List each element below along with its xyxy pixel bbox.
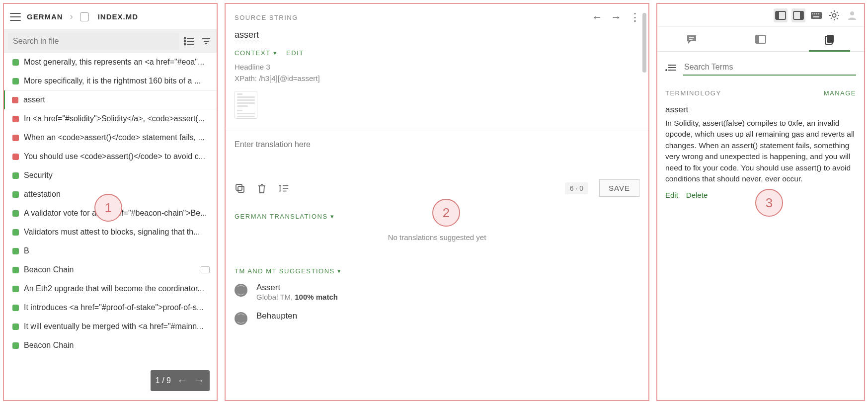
list-item[interactable]: Most generally, this represents an <a hr… [4, 53, 217, 72]
list-item[interactable]: In <a href="#solidity">Solidity</a>, <co… [4, 109, 217, 128]
suggestion-row[interactable]: Behaupten [226, 306, 648, 330]
svg-rect-26 [818, 13, 819, 14]
list-item-text: It introduces <a href="#proof-of-stake">… [24, 303, 210, 312]
status-square-icon [12, 286, 19, 292]
panel1-searchbar [4, 30, 217, 53]
text-mode-icon[interactable] [278, 183, 289, 194]
translation-area [226, 131, 648, 174]
status-square-icon [12, 210, 19, 217]
pager-prev[interactable]: ← [177, 374, 188, 387]
list-item[interactable]: B [4, 242, 217, 260]
pager: 1 / 9 ← → [151, 370, 210, 391]
svg-rect-22 [811, 12, 822, 19]
gear-icon[interactable] [827, 8, 841, 22]
list-item[interactable]: Beacon Chain [4, 336, 217, 355]
svg-rect-41 [756, 35, 759, 43]
tab-info[interactable] [726, 27, 795, 51]
list-item-text: An Eth2 upgrade that will become the coo… [24, 284, 210, 293]
svg-point-37 [850, 11, 854, 15]
search-terms-input[interactable] [683, 60, 856, 76]
list-item-text: Most generally, this represents an <a hr… [24, 58, 210, 67]
list-item-text: In <a href="#solidity">Solidity</a>, <co… [24, 114, 210, 123]
user-icon[interactable] [845, 8, 859, 22]
pager-text: 1 / 9 [156, 376, 171, 385]
term-search-row [657, 52, 864, 81]
list-item-text: More specifically, it is the rightmost 1… [24, 77, 210, 85]
svg-rect-19 [776, 11, 779, 19]
list-item-text: assert [23, 95, 210, 104]
save-button[interactable]: SAVE [599, 179, 639, 197]
context-thumbnail[interactable] [235, 91, 257, 119]
svg-rect-10 [238, 186, 244, 192]
list-item[interactable]: An Eth2 upgrade that will become the coo… [4, 279, 217, 298]
search-in-file-input[interactable] [8, 33, 179, 50]
suggestion-title: Assert [256, 283, 338, 293]
term-edit-link[interactable]: Edit [665, 191, 678, 199]
svg-point-4 [184, 40, 186, 42]
keyboard-icon[interactable] [809, 8, 823, 22]
svg-rect-27 [813, 16, 819, 17]
list-item[interactable]: It will eventually be merged with <a hre… [4, 317, 217, 336]
list-item[interactable]: It introduces <a href="#proof-of-stake">… [4, 298, 217, 317]
svg-point-28 [833, 13, 836, 17]
layout-left-icon[interactable] [774, 8, 788, 22]
list-item[interactable]: More specifically, it is the rightmost 1… [4, 72, 217, 90]
pager-next[interactable]: → [194, 374, 205, 387]
source-string: assert [226, 27, 648, 40]
prev-string-icon[interactable]: ← [592, 11, 603, 24]
status-square-icon [12, 229, 19, 236]
list-item-text: Beacon Chain [24, 265, 196, 274]
suggestion-subtitle: Global TM, 100% match [256, 293, 338, 301]
right-panel-tabs [657, 27, 864, 52]
svg-line-34 [837, 18, 838, 19]
breadcrumb-file[interactable]: INDEX.MD [98, 12, 138, 21]
clear-icon[interactable] [256, 183, 267, 194]
terminology-label: TERMINOLOGY [665, 89, 721, 97]
context-xpath: XPath: /h3[4][@id=assert] [235, 73, 639, 84]
svg-point-5 [184, 43, 186, 45]
tab-terminology[interactable] [795, 27, 864, 51]
list-icon[interactable] [183, 35, 196, 48]
list-item[interactable]: Beacon Chain [4, 260, 217, 279]
copy-source-icon[interactable] [235, 183, 245, 194]
translation-input[interactable] [235, 140, 639, 164]
context-label[interactable]: CONTEXT ▾ [235, 49, 277, 57]
next-string-icon[interactable]: → [611, 11, 622, 24]
svg-rect-24 [814, 13, 815, 14]
status-square-icon [12, 97, 18, 103]
status-square-icon [12, 135, 19, 141]
list-item[interactable]: Validators must attest to blocks, signal… [4, 223, 217, 242]
svg-line-35 [831, 18, 832, 19]
tm-section-label[interactable]: TM AND MT SUGGESTIONS ▾ [226, 259, 648, 278]
list-item-text: When an <code>assert()</code> statement … [24, 133, 210, 142]
menu-icon[interactable] [10, 13, 21, 21]
panel2-header: SOURCE STRING ← → ⋮ [226, 4, 648, 27]
callout-2: 2 [432, 199, 460, 227]
source-string-text[interactable]: assert [235, 30, 259, 40]
vertical-scrollbar[interactable] [641, 4, 647, 400]
svg-line-36 [837, 12, 838, 13]
suggestion-row[interactable]: AssertGlobal TM, 100% match [226, 278, 648, 306]
callout-1: 1 [94, 194, 122, 222]
context-edit[interactable]: EDIT [286, 49, 304, 57]
list-item[interactable]: When an <code>assert()</code> statement … [4, 128, 217, 147]
svg-point-3 [184, 37, 186, 39]
filter-icon[interactable] [200, 35, 213, 48]
translation-toolbar: 6 · 0 SAVE [226, 174, 648, 205]
list-item-text: Security [24, 171, 210, 180]
string-list[interactable]: Most generally, this represents an <a hr… [4, 53, 217, 400]
list-item[interactable]: You should use <code>assert()</code> to … [4, 147, 217, 166]
source-string-label: SOURCE STRING [235, 14, 298, 21]
more-options-icon[interactable]: ⋮ [630, 11, 639, 24]
comment-icon[interactable] [201, 266, 210, 273]
manage-link[interactable]: MANAGE [824, 89, 856, 97]
breadcrumb-language[interactable]: GERMAN [27, 12, 63, 21]
list-item-text: Validators must attest to blocks, signal… [24, 228, 210, 237]
layout-right-icon[interactable] [791, 8, 805, 22]
tab-comments[interactable] [657, 27, 726, 51]
term-delete-link[interactable]: Delete [686, 191, 708, 199]
add-term-icon[interactable] [665, 64, 676, 72]
list-item[interactable]: Security [4, 166, 217, 185]
list-item[interactable]: assert [4, 90, 217, 109]
status-square-icon [12, 305, 19, 311]
